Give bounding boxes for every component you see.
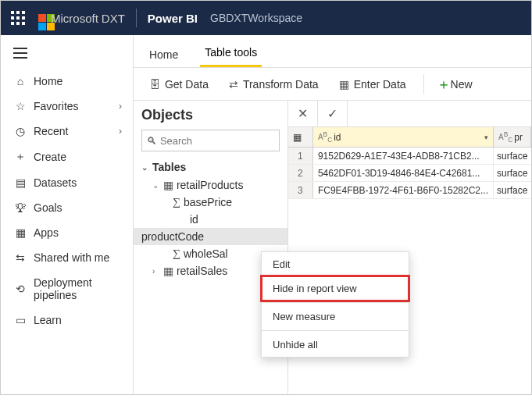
ribbon-toolbar: 🗄︎Get Data ⇄Transform Data ▦Enter Data ＋… bbox=[134, 68, 531, 101]
chevron-down-icon: ⌄ bbox=[141, 163, 152, 172]
table-retailsales[interactable]: ›▦retailSales bbox=[141, 262, 280, 279]
sidebar-item-pipelines[interactable]: ⟲Deployment pipelines bbox=[1, 270, 133, 308]
dropdown-icon[interactable]: ▾ bbox=[484, 133, 488, 141]
table-retailproducts[interactable]: ⌄▦retailProducts bbox=[141, 176, 280, 194]
menu-unhide-all[interactable]: Unhide all bbox=[262, 333, 409, 357]
cell-pr[interactable]: surface bbox=[494, 148, 531, 164]
new-button[interactable]: ＋New bbox=[429, 72, 480, 97]
sidebar-item-learn[interactable]: ▭Learn bbox=[1, 308, 133, 333]
search-input[interactable]: 🔍︎ bbox=[141, 130, 280, 151]
table-icon: ▦ bbox=[163, 265, 173, 277]
chevron-right-icon: › bbox=[152, 267, 163, 276]
microsoft-logo-icon bbox=[38, 14, 46, 22]
table-icon: ▦ bbox=[163, 179, 173, 191]
sigma-icon: ∑ bbox=[173, 196, 180, 208]
column-header-id[interactable]: ABC id ▾ bbox=[313, 127, 494, 147]
plus-icon: ＋ bbox=[437, 75, 451, 94]
enter-data-button[interactable]: ▦Enter Data bbox=[331, 75, 414, 94]
get-data-button[interactable]: 🗄︎Get Data bbox=[141, 75, 216, 94]
shared-icon: ⇆ bbox=[12, 251, 29, 264]
plus-icon: ＋ bbox=[12, 150, 29, 164]
chevron-right-icon: › bbox=[119, 101, 122, 112]
pipeline-icon: ⟲ bbox=[12, 283, 29, 295]
column-wholesale[interactable]: ∑wholeSal bbox=[141, 245, 280, 262]
table-row[interactable]: 3 FC9E4FBB-1972-4F61-B6F0-15282C2... sur… bbox=[288, 182, 531, 199]
grid-icon: ▦ bbox=[339, 78, 349, 91]
trophy-icon: 🏆︎ bbox=[12, 201, 29, 214]
confirm-button[interactable]: ✓ bbox=[318, 101, 348, 127]
sidebar-item-datasets[interactable]: ▤Datasets bbox=[1, 170, 133, 195]
star-icon: ☆ bbox=[12, 100, 29, 112]
top-bar: Microsoft DXT Power BI GBDXTWorkspace bbox=[1, 1, 531, 35]
search-icon: 🔍︎ bbox=[147, 135, 157, 147]
close-icon: ✕ bbox=[298, 106, 308, 121]
learn-icon: ▭ bbox=[12, 314, 29, 326]
datasets-icon: ▤ bbox=[12, 176, 29, 189]
cell-id[interactable]: FC9E4FBB-1972-4F61-B6F0-15282C2... bbox=[313, 182, 494, 198]
cell-id[interactable]: 5462DF01-3D19-4846-84E4-C42681... bbox=[313, 165, 494, 181]
tab-table-tools[interactable]: Table tools bbox=[200, 38, 262, 67]
check-icon: ✓ bbox=[327, 106, 337, 121]
chevron-down-icon: ⌄ bbox=[152, 181, 163, 190]
menu-edit[interactable]: Edit bbox=[262, 252, 409, 276]
divider bbox=[136, 9, 137, 27]
grid-header: ▦ ABC id ▾ ABC pr bbox=[288, 127, 531, 148]
tab-strip: Home Table tools bbox=[134, 35, 531, 68]
type-chip: ABC bbox=[498, 130, 512, 144]
sigma-icon: ∑ bbox=[173, 247, 180, 260]
hamburger-icon[interactable] bbox=[1, 40, 133, 69]
menu-new-measure[interactable]: New measure bbox=[262, 304, 409, 329]
table-row[interactable]: 1 9152D629-A1E7-43E4-ADB8-71CB2... surfa… bbox=[288, 148, 531, 165]
search-field[interactable] bbox=[160, 135, 291, 147]
sidebar-item-shared[interactable]: ⇆Shared with me bbox=[1, 245, 133, 270]
cell-id[interactable]: 9152D629-A1E7-43E4-ADB8-71CB2... bbox=[313, 148, 494, 164]
divider bbox=[423, 74, 424, 94]
transform-icon: ⇄ bbox=[229, 78, 238, 91]
product-label: Power BI bbox=[148, 12, 198, 25]
sidebar-item-home[interactable]: ⌂Home bbox=[1, 69, 133, 94]
cancel-button[interactable]: ✕ bbox=[288, 101, 318, 127]
sidebar-item-favorites[interactable]: ☆Favorites› bbox=[1, 94, 133, 119]
objects-tree: ⌄Tables ⌄▦retailProducts ∑basePrice id p… bbox=[141, 161, 280, 279]
chevron-right-icon: › bbox=[119, 126, 122, 137]
row-header-icon[interactable]: ▦ bbox=[288, 127, 313, 147]
column-id[interactable]: id bbox=[141, 211, 280, 228]
context-menu: Edit Hide in report view New measure Unh… bbox=[261, 251, 409, 358]
tables-group[interactable]: ⌄Tables bbox=[141, 161, 280, 173]
objects-heading: Objects bbox=[141, 107, 280, 123]
workspace-label: GBDXTWorkspace bbox=[210, 12, 302, 24]
home-icon: ⌂ bbox=[12, 75, 29, 87]
column-productcode[interactable]: productCode bbox=[134, 228, 287, 245]
column-baseprice[interactable]: ∑basePrice bbox=[141, 194, 280, 211]
tab-home[interactable]: Home bbox=[145, 41, 183, 67]
database-icon: 🗄︎ bbox=[149, 78, 160, 91]
column-header-pr[interactable]: ABC pr bbox=[494, 127, 531, 147]
row-number: 2 bbox=[288, 165, 313, 181]
row-number: 1 bbox=[288, 148, 313, 164]
table-row[interactable]: 2 5462DF01-3D19-4846-84E4-C42681... surf… bbox=[288, 165, 531, 182]
apps-icon: ▦ bbox=[12, 226, 29, 239]
transform-data-button[interactable]: ⇄Transform Data bbox=[221, 75, 327, 94]
row-number: 3 bbox=[288, 182, 313, 198]
sidebar-item-create[interactable]: ＋Create bbox=[1, 144, 133, 170]
cell-pr[interactable]: surface bbox=[494, 165, 531, 181]
sidebar-item-recent[interactable]: ◷Recent› bbox=[1, 119, 133, 144]
brand-label: Microsoft DXT bbox=[51, 12, 125, 25]
cell-pr[interactable]: surface bbox=[494, 182, 531, 198]
clock-icon: ◷ bbox=[12, 125, 29, 137]
sidebar-item-goals[interactable]: 🏆︎Goals bbox=[1, 195, 133, 220]
menu-hide-in-report-view[interactable]: Hide in report view bbox=[262, 276, 409, 301]
divider bbox=[262, 302, 409, 303]
divider bbox=[262, 330, 409, 331]
app-launcher-icon[interactable] bbox=[4, 4, 32, 32]
sidebar-item-apps[interactable]: ▦Apps bbox=[1, 220, 133, 245]
nav-sidebar: ⌂Home ☆Favorites› ◷Recent› ＋Create ▤Data… bbox=[1, 35, 134, 394]
type-chip: ABC bbox=[318, 130, 332, 144]
